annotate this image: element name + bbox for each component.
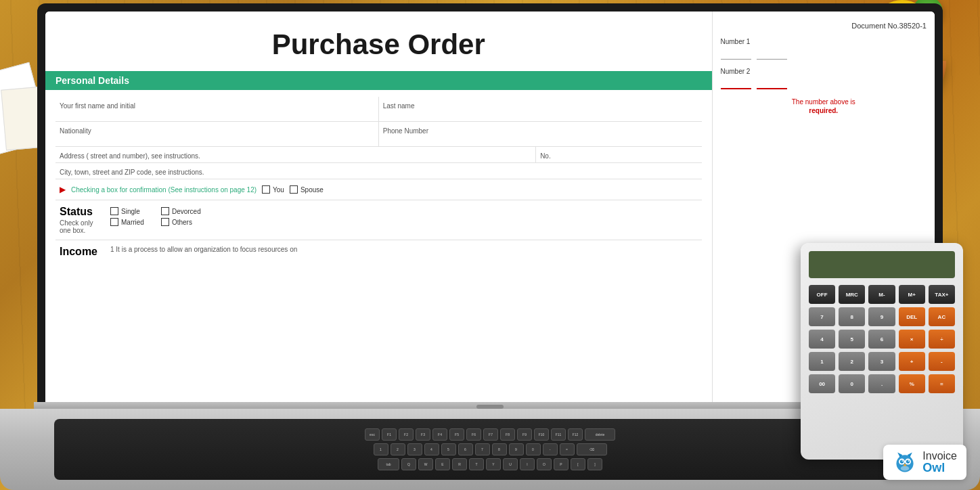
key-f7[interactable]: F7 [483,428,498,441]
address-row: Address ( street and number), see instru… [55,147,702,163]
key-delete[interactable]: delete [585,428,615,441]
key-8[interactable]: 8 [492,443,507,455]
key-7[interactable]: 7 [475,443,490,455]
married-option: Married [110,218,144,226]
single-checkbox[interactable] [110,207,118,215]
key-f9[interactable]: F9 [517,428,532,441]
last-name-label: Last name [383,102,698,110]
key-u[interactable]: U [503,458,518,470]
key-f4[interactable]: F4 [432,428,447,441]
key-f12[interactable]: F12 [568,428,583,441]
calc-8[interactable]: 8 [839,307,865,326]
calc-4[interactable]: 4 [809,330,835,349]
calc-0[interactable]: 0 [839,374,865,393]
calc-minus[interactable]: - [929,352,955,371]
key-f11[interactable]: F11 [551,428,566,441]
key-f5[interactable]: F5 [449,428,464,441]
document-title: Purchase Order [45,12,712,71]
first-name-cell[interactable]: Your first name and initial [55,97,379,121]
spouse-checkbox[interactable] [290,185,298,194]
calc-1[interactable]: 1 [809,352,835,371]
married-checkbox[interactable] [110,218,118,226]
key-plus[interactable]: = [560,443,575,455]
nationality-cell[interactable]: Nationality [55,122,379,146]
svg-point-7 [902,460,904,462]
personal-details-header: Personal Details [45,71,712,90]
calc-2[interactable]: 2 [839,352,865,371]
key-t[interactable]: T [469,458,484,470]
key-f3[interactable]: F3 [416,428,430,441]
number2-box-left[interactable] [721,77,751,89]
number2-box-right[interactable] [757,77,787,89]
calc-multiply[interactable]: × [899,330,925,349]
phone-label: Phone Number [383,127,698,135]
number1-box-right[interactable] [757,47,787,60]
nationality-row: Nationality Phone Number [55,122,702,147]
calc-delete[interactable]: DEL [899,307,925,326]
key-f6[interactable]: F6 [466,428,481,441]
svg-point-6 [906,460,910,463]
no-cell[interactable]: No. [536,147,701,162]
no-label: No. [540,152,551,160]
key-q[interactable]: Q [401,458,416,470]
key-minus[interactable]: - [543,443,558,455]
calc-mplus[interactable]: M+ [899,285,925,304]
key-f2[interactable]: F2 [399,428,414,441]
key-2[interactable]: 2 [391,443,405,455]
key-9[interactable]: 9 [509,443,524,455]
calc-off[interactable]: OFF [809,285,835,304]
key-3[interactable]: 3 [407,443,422,455]
key-6[interactable]: 6 [458,443,473,455]
key-i[interactable]: I [520,458,535,470]
number1-box-left[interactable] [721,47,751,60]
key-1[interactable]: 1 [374,443,388,455]
calc-dot[interactable]: . [868,374,895,393]
calc-7[interactable]: 7 [809,307,835,326]
calc-tax[interactable]: TAX+ [929,285,955,304]
calc-mrc[interactable]: MRC [839,285,865,304]
key-y[interactable]: Y [486,458,501,470]
calc-3[interactable]: 3 [868,352,895,371]
calc-plus[interactable]: + [899,352,925,371]
key-bracket-open[interactable]: [ [571,458,585,470]
calc-5[interactable]: 5 [839,330,865,349]
calc-00[interactable]: 00 [809,374,835,393]
others-checkbox[interactable] [161,218,169,226]
calc-mminus[interactable]: M- [868,285,895,304]
key-0[interactable]: 0 [526,443,541,455]
status-section: Status Check onlyone box. [60,206,100,234]
key-4[interactable]: 4 [424,443,439,455]
key-5[interactable]: 5 [441,443,456,455]
calc-6[interactable]: 6 [868,330,895,349]
keyboard-row-3: tab Q W E R T Y U I O P [ ] [378,458,602,470]
number2-field: Number 2 [721,68,927,89]
last-name-cell[interactable]: Last name [379,97,702,121]
number2-input-line [721,77,927,89]
calc-divide[interactable]: ÷ [929,330,955,349]
svg-point-10 [901,466,910,470]
address-cell[interactable]: Address ( street and number), see instru… [55,147,536,162]
key-w[interactable]: W [418,458,433,470]
key-esc[interactable]: esc [365,428,380,441]
key-f10[interactable]: F10 [534,428,549,441]
calc-9[interactable]: 9 [868,307,895,326]
number2-label: Number 2 [721,68,927,75]
you-label: You [273,186,284,194]
key-f8[interactable]: F8 [500,428,515,441]
calc-allclear[interactable]: AC [929,307,955,326]
key-o[interactable]: O [537,458,552,470]
key-e[interactable]: E [435,458,450,470]
key-backspace[interactable]: ⌫ [577,443,607,455]
key-tab[interactable]: tab [378,458,399,470]
you-checkbox[interactable] [262,185,270,194]
key-f1[interactable]: F1 [382,428,397,441]
calc-equals[interactable]: = [929,374,955,393]
key-r[interactable]: R [452,458,467,470]
key-bracket-close[interactable]: ] [587,458,602,470]
devorced-label: Devorced [172,208,201,215]
phone-cell[interactable]: Phone Number [379,122,702,146]
key-p[interactable]: P [554,458,569,470]
devorced-checkbox[interactable] [161,207,169,215]
city-row[interactable]: City, town, street and ZIP code, see ins… [55,163,702,179]
calc-percent[interactable]: % [899,374,925,393]
